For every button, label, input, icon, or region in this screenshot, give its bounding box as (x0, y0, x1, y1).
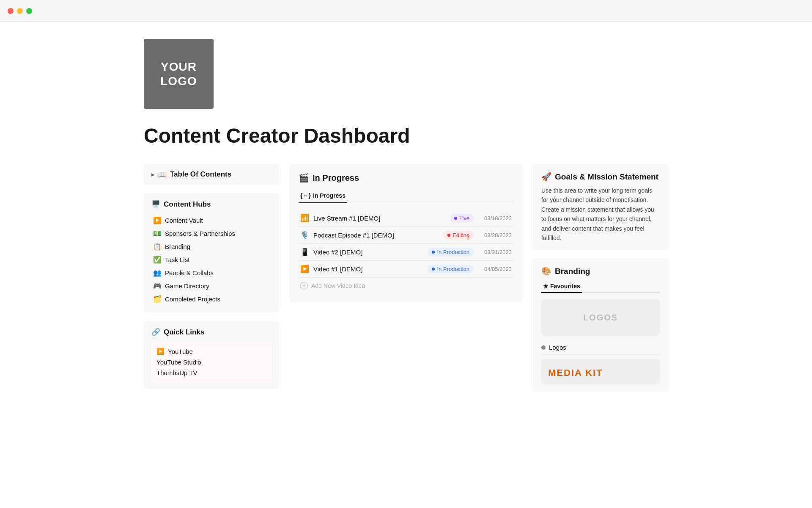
goals-card: 🚀 Goals & Mission Statement Use this are… (533, 164, 668, 250)
quick-links-icon: 🔗 (151, 328, 160, 337)
game-icon: 🎮 (153, 282, 162, 290)
content-vault-icon: ▶️ (153, 216, 162, 224)
in-progress-title: 🎬 In Progress (299, 173, 513, 183)
table-row[interactable]: 📶 Live Stream #1 [DEMO] Live 03/18/2023 (299, 210, 513, 227)
status-badge: Live (450, 214, 474, 223)
logos-row[interactable]: Logos (541, 340, 660, 355)
close-button[interactable] (8, 8, 14, 14)
in-progress-tab-bar: {↔} In Progress (299, 189, 513, 203)
nav-completed-projects[interactable]: 🗂️ Completed Projects (151, 293, 272, 306)
table-row[interactable]: 📱 Video #2 [DEMO] In Production 03/31/20… (299, 244, 513, 261)
toc-book-icon: 📖 (158, 171, 167, 179)
star-icon: ★ (543, 283, 549, 290)
branding-icon: 📋 (153, 243, 162, 251)
logo-text: YOUR LOGO (160, 60, 197, 88)
left-column: ▶ 📖 Table Of Contents 🖥️ Content Hubs ▶️… (144, 164, 279, 398)
status-badge: Editing (443, 231, 474, 240)
main-grid: ▶ 📖 Table Of Contents 🖥️ Content Hubs ▶️… (144, 164, 668, 398)
status-dot (454, 217, 457, 220)
status-dot (432, 268, 435, 271)
link-thumbsup-tv[interactable]: ThumbsUp TV (156, 367, 266, 378)
nav-content-vault[interactable]: ▶️ Content Vault (151, 214, 272, 227)
goals-title: 🚀 Goals & Mission Statement (541, 172, 660, 182)
quick-links-inner: ▶️ YouTube YouTube Studio ThumbsUp TV (151, 342, 272, 382)
maximize-button[interactable] (26, 8, 32, 14)
nav-people-collabs[interactable]: 👥 People & Collabs (151, 266, 272, 279)
quick-links-header: 🔗 Quick Links (151, 328, 272, 337)
tab-favourites[interactable]: ★ Favourites (541, 280, 582, 293)
video2-icon: 📱 (300, 248, 309, 257)
livestream-icon: 📶 (300, 214, 309, 223)
logos-placeholder-text: LOGOS (583, 313, 618, 323)
nav-game-directory[interactable]: 🎮 Game Directory (151, 279, 272, 293)
nav-sponsors[interactable]: 💵 Sponsors & Partnerships (151, 227, 272, 240)
content-hubs-header: 🖥️ Content Hubs (151, 200, 272, 209)
media-kit-card[interactable]: MEDIA KIT (541, 359, 660, 384)
content-hubs-icon: 🖥️ (151, 200, 160, 209)
table-row[interactable]: 🎙️ Podcast Episode #1 [DEMO] Editing 03/… (299, 227, 513, 244)
video1-icon: ▶️ (300, 265, 309, 273)
in-progress-icon: 🎬 (299, 173, 309, 183)
logos-placeholder: LOGOS (541, 299, 660, 336)
status-dot (447, 234, 450, 237)
right-column: 🚀 Goals & Mission Statement Use this are… (533, 164, 668, 392)
logo-box: YOUR LOGO (144, 39, 214, 109)
status-badge: In Production (428, 248, 474, 257)
status-dot (432, 251, 435, 254)
task-list-icon: ✅ (153, 256, 162, 264)
goals-icon: 🚀 (541, 172, 551, 182)
window-bar (0, 0, 812, 22)
toc-label: Table Of Contents (170, 170, 231, 179)
toc-section[interactable]: ▶ 📖 Table Of Contents (144, 164, 279, 185)
goals-text: Use this area to write your long term go… (541, 186, 660, 243)
minimize-button[interactable] (17, 8, 23, 14)
add-new-row[interactable]: + Add New Video Idea (299, 278, 513, 294)
tab-sync-icon: {↔} (300, 192, 311, 199)
podcast-icon: 🎙️ (300, 231, 309, 240)
link-youtube[interactable]: ▶️ YouTube (156, 346, 266, 357)
logos-dot-icon (541, 345, 546, 350)
youtube-icon: ▶️ (156, 348, 165, 355)
toc-arrow-icon: ▶ (151, 172, 155, 177)
branding-card: 🎨 Branding ★ Favourites LOGOS Logos (533, 259, 668, 392)
content-hubs-section: 🖥️ Content Hubs ▶️ Content Vault 💵 Spons… (144, 193, 279, 312)
quick-links-section: 🔗 Quick Links ▶️ YouTube YouTube Studio … (144, 321, 279, 389)
nav-branding[interactable]: 📋 Branding (151, 240, 272, 253)
add-icon: + (300, 282, 308, 290)
page-title: Content Creator Dashboard (144, 124, 668, 147)
tab-in-progress[interactable]: {↔} In Progress (299, 189, 347, 203)
branding-title: 🎨 Branding (541, 266, 660, 276)
people-icon: 👥 (153, 269, 162, 277)
status-badge: In Production (428, 265, 474, 273)
link-youtube-studio[interactable]: YouTube Studio (156, 357, 266, 367)
completed-icon: 🗂️ (153, 295, 162, 303)
branding-tab-bar: ★ Favourites (541, 280, 660, 293)
media-kit-text: MEDIA KIT (548, 367, 603, 378)
page-content: YOUR LOGO Content Creator Dashboard ▶ 📖 … (110, 22, 702, 423)
middle-column: 🎬 In Progress {↔} In Progress 📶 Live Str… (289, 164, 523, 302)
nav-task-list[interactable]: ✅ Task List (151, 253, 272, 266)
in-progress-card: 🎬 In Progress {↔} In Progress 📶 Live Str… (289, 164, 523, 302)
sponsors-icon: 💵 (153, 229, 162, 237)
branding-emoji-icon: 🎨 (541, 266, 551, 276)
table-row[interactable]: ▶️ Video #1 [DEMO] In Production 04/05/2… (299, 261, 513, 278)
